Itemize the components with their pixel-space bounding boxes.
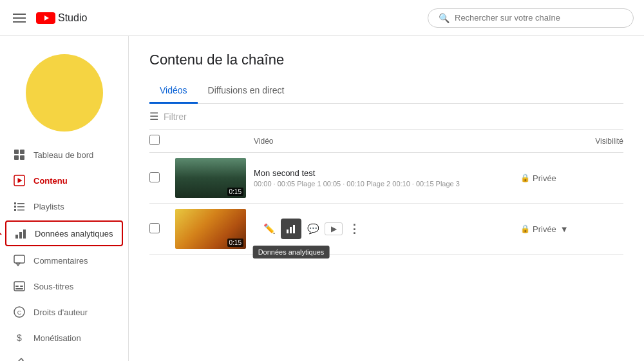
sidebar-item-tableau-de-bord[interactable]: Tableau de bord [0,142,128,168]
sidebar-item-personnalisation[interactable]: Personnalisation [0,351,128,361]
sidebar-item-wrapper-commentaires: Commentaires [0,248,128,273]
dollar-icon: $ [13,331,26,344]
sidebar-item-wrapper-playlists: Playlists [0,193,128,219]
sidebar-nav: Tableau de bord Contenu Playli [0,142,128,361]
row1-title: Mon second test [254,168,520,178]
row2-checkbox[interactable] [149,223,160,233]
copyright-icon: C [13,306,26,318]
svg-rect-2 [14,150,19,154]
row1-thumbnail[interactable]: 0:15 [175,158,246,198]
lock-icon-2: 🔒 [520,224,530,233]
logo[interactable]: Studio [36,12,87,24]
video-col-header: Vidéo [254,137,520,146]
youtube-action-icon[interactable]: ▶ [325,222,343,235]
sidebar-item-sous-titres[interactable]: Sous-titres [0,273,128,299]
row2-visibility-label: Privée [533,224,556,234]
sidebar-item-wrapper-monetisation: $ Monétisation [0,325,128,351]
sidebar-item-wrapper-sous-titres: Sous-titres [0,273,128,299]
row2-visibility: 🔒 Privée ▼ [520,224,623,234]
sidebar-label-monetisation: Monétisation [33,333,81,343]
select-all-checkbox[interactable] [149,135,160,145]
svg-rect-8 [14,202,16,204]
row2-duration: 0:15 [227,239,243,247]
svg-rect-23 [15,288,23,289]
grid-icon [13,148,26,161]
svg-marker-19 [16,263,20,266]
sidebar-label-playlists: Playlists [33,202,64,211]
filter-bar: ☰ Filtrer [149,104,623,130]
play-square-icon [13,174,26,187]
filter-label: Filtrer [164,112,187,122]
sidebar-item-donnees-analytiques[interactable]: Données analytiques [5,220,123,246]
sidebar-label-sous-titres: Sous-titres [33,282,73,291]
row2-dropdown-icon[interactable]: ▼ [560,224,569,234]
sidebar-item-wrapper-contenu: Contenu [0,168,128,193]
header: Studio 🔍 [0,0,644,36]
filter-icon: ☰ [149,110,158,122]
avatar-container [26,41,103,142]
svg-rect-31 [287,229,289,233]
svg-rect-16 [23,229,26,239]
bar-chart-icon [14,227,27,240]
more-action-icon[interactable]: ⋮ [344,219,365,239]
svg-rect-21 [15,286,19,287]
sidebar-label-droits: Droits d'auteur [33,307,88,317]
sidebar-item-droits-auteur[interactable]: C Droits d'auteur [0,299,128,325]
list-icon [13,200,26,213]
sidebar-item-playlists[interactable]: Playlists [0,193,128,219]
svg-marker-7 [18,178,23,183]
sidebar-item-monetisation[interactable]: $ Monétisation [0,325,128,351]
row1-visibility-label: Privée [533,173,556,183]
sidebar: Tableau de bord Contenu Playli [0,36,129,361]
table-header: Vidéo Visibilité [149,130,623,153]
search-container: 🔍 [428,8,634,28]
row1-duration: 0:15 [227,188,243,196]
sidebar-item-contenu[interactable]: Contenu [0,168,128,193]
svg-rect-12 [14,209,16,211]
comment-icon [13,254,26,267]
studio-text: Studio [58,12,87,24]
svg-rect-11 [17,206,24,208]
row2-thumbnail[interactable]: 0:15 [175,209,246,249]
row2-actions: ✏️ Données analytiques 💬 ▶ ⋮ [254,219,520,239]
row1-check [149,172,175,184]
hamburger-menu[interactable] [10,11,28,25]
subtitles-icon [13,280,26,293]
search-icon: 🔍 [439,13,450,23]
tab-diffusions[interactable]: Diffusions en direct [198,79,295,104]
edit-icon[interactable]: ✏️ [259,219,279,239]
search-input[interactable] [455,13,623,23]
sidebar-label-commentaires: Commentaires [33,256,88,266]
sidebar-item-commentaires[interactable]: Commentaires [0,248,128,273]
layout: Tableau de bord Contenu Playli [0,36,644,361]
svg-rect-18 [14,255,24,263]
svg-text:C: C [17,309,22,316]
row1-meta: 00:00 · 00:05 Plage 1 00:05 · 00:10 Plag… [254,180,520,188]
red-arrow [0,220,2,248]
sidebar-label-analytics: Données analytiques [35,229,113,239]
row2-check [149,223,175,235]
svg-text:$: $ [17,333,22,343]
svg-rect-33 [293,225,295,233]
check-col-header [149,135,175,147]
svg-rect-13 [17,210,24,211]
sidebar-label-personnalisation: Personnalisation [33,359,95,362]
search-box: 🔍 [428,8,634,28]
svg-rect-14 [15,235,18,239]
tooltip-label: Données analytiques [253,246,330,259]
svg-rect-9 [17,203,24,204]
sidebar-item-wrapper-tableau: Tableau de bord [0,142,128,168]
analytics-action-icon[interactable] [281,219,301,239]
comments-action-icon[interactable]: 💬 [303,219,323,239]
svg-rect-4 [14,155,19,160]
sidebar-label-tableau: Tableau de bord [33,150,93,160]
svg-rect-22 [20,286,23,287]
tabs: Vidéos Diffusions en direct [149,79,623,104]
row1-visibility: 🔒 Privée [520,173,623,183]
tab-videos[interactable]: Vidéos [149,79,198,104]
row1-checkbox[interactable] [149,172,160,182]
svg-rect-3 [20,150,24,154]
row2-visibility-badge: 🔒 Privée ▼ [520,224,623,234]
analytics-tooltip-container: Données analytiques [281,219,301,239]
svg-rect-10 [14,206,16,208]
